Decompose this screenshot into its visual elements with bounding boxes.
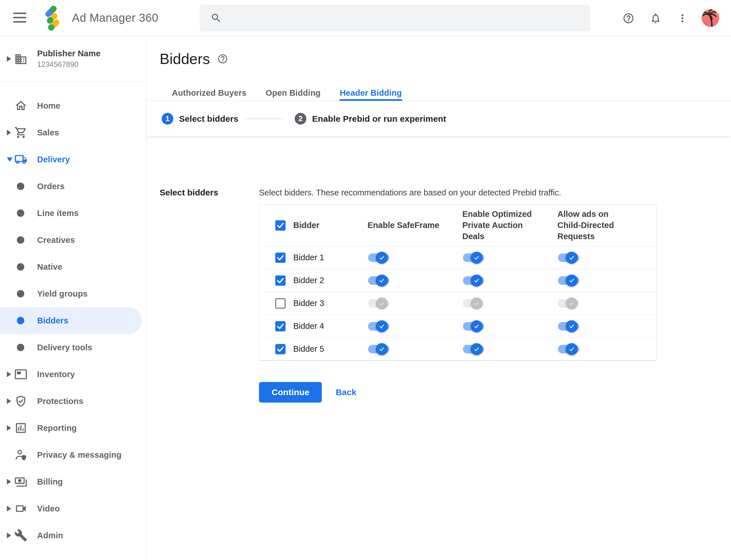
home-icon [14,99,27,112]
step-1[interactable]: 1 Select bidders [162,113,295,125]
expand-arrow-icon [7,130,11,135]
sidebar-item-protections[interactable]: Protections [0,388,146,415]
table-row: Bidder 1 [259,246,656,269]
cart-icon [14,126,27,139]
bidder-name: Bidder 5 [293,344,324,354]
sidebar-item-home[interactable]: Home [0,92,146,119]
sidebar-item-sales[interactable]: Sales [0,119,146,146]
row-checkbox[interactable] [275,321,286,331]
help-icon[interactable] [622,12,634,24]
safeframe-toggle[interactable] [368,322,389,331]
sidebar-item-yield-groups[interactable]: Yield groups [0,280,146,307]
expand-arrow-icon [7,479,11,485]
bullet-icon [17,344,24,351]
sidebar-item-video[interactable]: Video [0,495,146,522]
bullet-icon [17,236,24,244]
sidebar-item-orders[interactable]: Orders [0,173,146,200]
menu-icon[interactable] [13,13,26,23]
select-all-checkbox[interactable] [275,220,286,231]
sidebar-item-reporting[interactable]: Reporting [0,415,146,441]
page-help-icon[interactable] [217,53,228,64]
child-directed-toggle[interactable] [558,276,579,285]
sidebar-item-creatives[interactable]: Creatives [0,227,146,253]
sidebar: Publisher Name 1234567890 Home Sales Del… [0,36,146,560]
video-icon [14,502,27,515]
safeframe-toggle [368,299,389,308]
app-header: Ad Manager 360 [0,0,731,36]
child-directed-toggle[interactable] [558,253,579,262]
table-row: Bidder 5 [259,337,656,360]
bidder-name: Bidder 2 [293,276,324,285]
safeframe-toggle[interactable] [368,276,389,285]
more-vert-icon[interactable] [676,12,688,24]
step-2[interactable]: 2 Enable Prebid or run experiment [295,113,446,125]
row-checkbox[interactable] [275,253,286,263]
collapse-arrow-icon [7,157,13,162]
expand-arrow-icon [7,425,11,431]
safeframe-toggle[interactable] [368,345,389,353]
billing-icon [14,475,27,488]
section-label: Select bidders [160,187,259,403]
sidebar-item-billing[interactable]: Billing [0,468,146,495]
private-auction-toggle [463,299,484,308]
row-checkbox[interactable] [275,275,286,286]
private-auction-toggle[interactable] [463,322,484,331]
table-row: Bidder 2 [259,269,656,292]
page-title: Bidders [160,50,210,67]
tab-open-bidding[interactable]: Open Bidding [266,85,321,101]
admin-icon [14,529,27,542]
bidder-name: Bidder 4 [293,321,324,331]
bullet-icon [17,317,24,324]
column-header-child-directed: Allow ads on Child-Directed Requests [557,205,640,246]
expand-arrow-icon [7,398,11,404]
app-title: Ad Manager 360 [72,11,159,24]
private-auction-toggle[interactable] [463,253,484,262]
publisher-account[interactable]: Publisher Name 1234567890 [0,36,146,82]
sidebar-item-delivery[interactable]: Delivery [0,146,146,173]
tab-header-bidding[interactable]: Header Bidding [340,85,402,101]
child-directed-toggle[interactable] [558,345,579,353]
sidebar-item-bidders[interactable]: Bidders [0,307,146,334]
sidebar-item-privacy-messaging[interactable]: Privacy & messaging [0,441,146,468]
private-auction-toggle[interactable] [463,345,484,353]
shield-icon [14,395,27,408]
sidebar-item-delivery-tools[interactable]: Delivery tools [0,334,146,361]
bullet-icon [17,290,24,297]
chart-icon [14,421,27,435]
step-connector [244,119,284,119]
sidebar-item-inventory[interactable]: Inventory [0,361,146,388]
search-icon [211,12,222,24]
bidders-table: Bidder Enable SafeFrame Enable Optimized… [259,204,657,361]
sidebar-item-admin[interactable]: Admin [0,522,146,549]
ad-manager-logo[interactable] [39,5,66,31]
notifications-icon[interactable] [650,12,662,24]
publisher-id: 1234567890 [37,60,101,69]
private-auction-toggle[interactable] [463,276,484,285]
row-checkbox[interactable] [275,298,286,309]
child-directed-toggle[interactable] [558,322,579,331]
avatar[interactable] [702,9,719,27]
step-number: 2 [295,113,307,125]
sidebar-item-line-items[interactable]: Line items [0,200,146,227]
column-header-private-auction: Enable Optimized Private Auction Deals [462,205,545,246]
safeframe-toggle[interactable] [368,253,389,262]
back-button[interactable]: Back [336,387,357,397]
child-directed-toggle [558,299,579,308]
table-row: Bidder 3 [259,292,656,315]
palm-tree-image [702,9,719,27]
table-row: Bidder 4 [259,315,656,337]
expand-arrow-icon [7,533,11,538]
sidebar-item-native[interactable]: Native [0,253,146,280]
table-description: Select bidders. These recommendations ar… [259,187,731,198]
publisher-name: Publisher Name [37,49,101,58]
search-input[interactable] [200,5,590,31]
content-area: Select bidders Select bidders. These rec… [147,137,731,560]
expand-arrow-icon [7,371,11,377]
tab-bar: Authorized BuyersOpen BiddingHeader Bidd… [147,85,731,101]
building-icon [14,53,27,66]
tab-authorized-buyers[interactable]: Authorized Buyers [172,85,247,101]
bidder-name: Bidder 3 [293,299,324,308]
bullet-icon [17,263,24,271]
row-checkbox[interactable] [275,344,286,354]
continue-button[interactable]: Continue [259,382,322,403]
